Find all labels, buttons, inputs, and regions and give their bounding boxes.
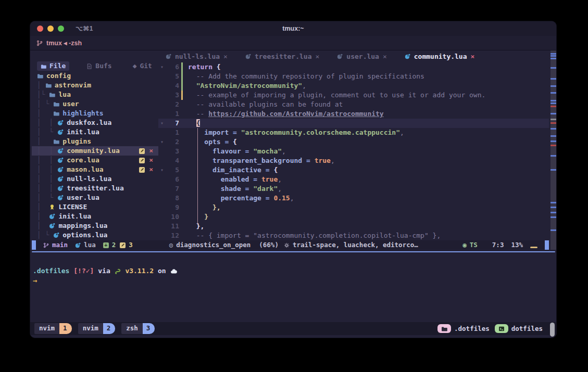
window-controls[interactable] [30,25,64,32]
code-area[interactable]: ▾6return {5 -- Add the community reposit… [158,62,549,240]
code-line[interactable]: 9 }, [158,203,549,212]
neotree-sidebar: FileBufs◆Git config│ astronvim│└ lua│ └ … [32,50,158,250]
buffer-tab-null-ls-lua[interactable]: null-ls.lua× [166,52,228,61]
buffer-close-icon[interactable]: × [223,52,228,61]
tree-item-mappings-lua[interactable]: │ mappings.lua [32,221,158,230]
code-line[interactable]: 3 flavour = "mocha", [158,147,549,156]
tree-item-duskfox-lua[interactable]: │ │ duskfox.lua [32,118,158,127]
fold-marker[interactable]: ▾ [158,62,166,72]
fold-marker[interactable]: ▾ [158,119,166,128]
folder-dark-icon [441,326,447,332]
tree-item-label: init.lua [58,212,91,221]
lua-icon [57,148,64,154]
macos-scrollbar-thumb[interactable] [550,323,555,337]
maximize-window-button[interactable] [58,25,64,32]
tmux-window-1[interactable]: nvim1 [34,323,72,334]
minimap-change-mark [551,92,557,94]
line-number: 1 [166,109,179,119]
code-text: dim_inactive = { [188,165,278,175]
tree-indent-guide: │ │ [37,184,57,193]
tree-item-LICENSE[interactable]: │ LICENSE [32,202,158,212]
lua-icon [57,185,64,191]
buffer-close-icon[interactable]: × [316,52,320,61]
diagnostics-segment: ◎diagnostics_on_open(66%) [169,240,279,250]
code-line[interactable]: 1 -- https://github.com/AstroNvim/astroc… [158,109,549,119]
code-line[interactable]: 5 -- Add the community repository of plu… [158,72,549,81]
tree-item-highlights[interactable]: │ highlights [32,109,158,118]
buffer-tab-treesitter-lua[interactable]: treesitter.lua× [245,52,319,61]
neotree-tab-file[interactable]: File [37,61,69,71]
code-line[interactable]: 11 }, [158,222,549,231]
tree-item-user[interactable]: │ └ user [32,99,158,109]
code-line-current[interactable]: ▾7 { [158,119,549,128]
tree-item-options-lua[interactable]: │ └ options.lua [32,230,158,240]
git-modified-icon [139,167,145,173]
code-line[interactable]: 12 -- { import = "astrocommunity.complet… [158,231,549,240]
tree-item-plugins[interactable]: │ plugins [32,137,158,146]
green-pill [495,324,508,333]
tree-item-treesitter-lua[interactable]: │ │ treesitter.lua [32,184,158,193]
git-modified-icon [139,158,145,163]
code-line[interactable]: 1 import = "astrocommunity.colorscheme.c… [158,128,549,137]
line-number: 8 [166,194,179,203]
code-line[interactable]: 4 "AstroNvim/astrocommunity", [158,81,549,91]
code-line[interactable]: ▾5 dim_inactive = { [158,165,549,175]
minimize-window-button[interactable] [47,25,54,32]
neotree-tab-bufs[interactable]: Bufs [83,61,115,71]
fold-marker [158,222,166,231]
tree-item-user-lua[interactable]: │ └ user.lua [32,193,158,202]
tree-item-astronvim[interactable]: │ astronvim [32,81,158,90]
buffer-tab-community-lua[interactable]: community.lua× [405,52,475,61]
lua-icon [57,120,64,126]
tree-item-init-lua[interactable]: │ init.lua [32,212,158,221]
terminal-window: ⌥⌘1 tmux:~ tmux ◂ -zsh FileBufs◆Git conf… [30,21,557,338]
minimap-change-mark [551,135,557,137]
tmux-window-3[interactable]: zsh3 [121,323,155,334]
code-line[interactable]: 2 -- available plugins can be found at [158,100,549,109]
code-line[interactable]: ▾6return { [158,62,549,72]
fold-marker[interactable]: ▾ [158,165,166,175]
tmux-pane-divider[interactable] [32,251,555,252]
shell-pane[interactable]: .dotfiles [!?✓] via v3.11.2 on → [33,266,551,286]
code-line[interactable]: 7 shade = "dark", [158,184,549,194]
tree-item-lua[interactable]: │└ lua [32,90,158,99]
tree-item-config[interactable]: config [32,71,158,81]
buffer-close-icon[interactable]: × [471,52,475,61]
minimap-change-mark [551,67,557,69]
tmux-window-index: 3 [143,323,155,334]
code-line[interactable]: 3 -- example of imporing a plugin, comme… [158,91,549,100]
scrollbar-minimap[interactable] [551,50,557,250]
code-text: -- Add the community repository of plugi… [188,72,424,81]
minimap-change-mark [551,53,557,55]
terminal-tab-bar[interactable]: tmux ◂ -zsh [30,36,556,50]
neotree-tab-git[interactable]: ◆Git [129,61,156,71]
tree-item-mason-lua[interactable]: │ │ mason.lua× [32,165,158,174]
lua-icon [49,213,55,220]
minimap-change-mark [551,229,557,231]
tree-indent-guide: │ │ [37,118,57,127]
minimap-change-mark [551,85,557,87]
tree-item-core-lua[interactable]: │ │ core.lua× [32,156,158,165]
tree-item-init-lua[interactable]: │ └ init.lua [32,127,158,137]
lua-dim-icon [245,54,251,59]
line-number: 4 [166,156,179,165]
git-status-badges: × [139,165,153,174]
buffer-close-icon[interactable]: × [383,52,387,61]
tmux-window-2[interactable]: nvim2 [78,323,116,334]
close-window-button[interactable] [37,25,43,32]
code-line[interactable]: 10 } [158,212,549,222]
code-line[interactable]: 8 percentage = 0.15, [158,194,549,203]
prompt-segment: .dotfiles [33,267,69,275]
fold-marker[interactable]: ▾ [158,137,166,147]
scroll-percent: 13% [511,240,523,250]
git-unstaged-icon: × [149,156,153,165]
buffer-tab-user-lua[interactable]: user.lua× [337,52,386,61]
tree-item-null-ls-lua[interactable]: │ │ null-ls.lua [32,174,158,184]
code-line[interactable]: ▾2 opts = { [158,137,549,147]
line-number: 5 [166,72,179,81]
git-branch-segment[interactable]: main [43,240,68,250]
buffer-tabline: null-ls.lua×treesitter.lua×user.lua×comm… [158,50,549,62]
code-line[interactable]: 6 enabled = true, [158,175,549,184]
tree-item-community-lua[interactable]: │ │ community.lua× [32,146,158,156]
code-line[interactable]: 4 transparent_background = true, [158,156,549,165]
